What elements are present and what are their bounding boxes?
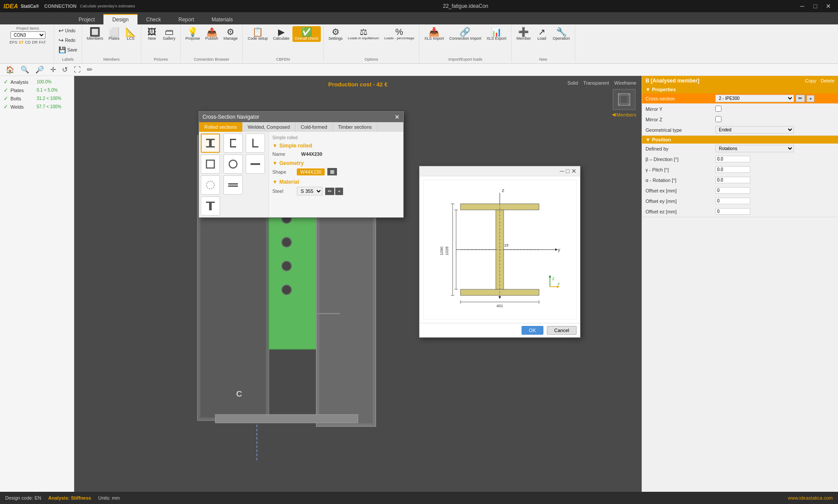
search-button[interactable]: 🔎 — [33, 65, 46, 75]
code-setup-button[interactable]: 📋Code setup — [245, 26, 270, 42]
csn-tab-timber[interactable]: Timber sections — [333, 122, 378, 132]
direction-value[interactable] — [715, 156, 835, 162]
properties-section-header[interactable]: ▼ Properties — [642, 86, 838, 93]
undo-button[interactable]: ↩ Undo — [57, 26, 79, 35]
maximize-button[interactable]: □ — [809, 0, 821, 12]
preview-maximize-button[interactable]: □ — [566, 168, 570, 175]
csn-tab-rolled[interactable]: Rolled sections — [199, 122, 243, 132]
shape-square-hollow[interactable] — [201, 154, 220, 174]
bolts-label: Bolts — [10, 96, 34, 101]
new-member-button[interactable]: ➕Member — [514, 26, 533, 42]
csn-category-label: Simple rolled — [272, 135, 400, 140]
connection-selector[interactable]: CON3 — [10, 31, 45, 39]
delete-member-button[interactable]: Delete — [821, 78, 835, 83]
csn-tab-welded[interactable]: Welded, Composed — [243, 122, 295, 132]
cross-section-value[interactable]: 2 - IPE300 ✏ + — [715, 95, 835, 102]
tab-materials[interactable]: Materials — [203, 14, 242, 24]
rotation-value[interactable] — [715, 177, 835, 183]
refresh-button[interactable]: ↺ — [60, 65, 70, 75]
shape-round-hollow[interactable] — [223, 154, 243, 174]
shape-l-angle[interactable] — [246, 134, 265, 153]
pitch-input[interactable] — [715, 166, 750, 173]
new-operation-button[interactable]: 🔧Operation — [550, 26, 572, 42]
tab-project[interactable]: Project — [70, 14, 103, 24]
add-cross-section-button[interactable]: + — [807, 95, 814, 102]
preview-minimize-button[interactable]: ─ — [560, 168, 564, 175]
csn-tab-cold[interactable]: Cold-formed — [295, 122, 333, 132]
csn-shape-value[interactable]: W44X230 — [297, 168, 325, 175]
geometrical-type-select[interactable]: Ended — [715, 126, 794, 134]
shape-double-bar[interactable] — [223, 175, 243, 195]
mirror-y-value[interactable] — [715, 106, 835, 113]
calculate-button[interactable]: ▶Calculate — [271, 26, 292, 42]
website-label: www.ideastatica.com — [788, 495, 833, 501]
offset-ez-value[interactable] — [715, 208, 835, 215]
publish-button[interactable]: 📤Publish — [203, 26, 220, 42]
csn-shape-edit-button[interactable]: ▦ — [327, 168, 337, 175]
pitch-value[interactable] — [715, 166, 835, 173]
shape-flat-bar[interactable] — [246, 154, 265, 174]
manage-button[interactable]: ⚙Manage — [221, 26, 240, 42]
defined-by-value[interactable]: Rotations — [715, 145, 835, 152]
home-button[interactable]: 🏠 — [3, 65, 17, 75]
copy-member-button[interactable]: Copy — [805, 78, 817, 83]
members-button[interactable]: 🔲Members — [85, 26, 106, 42]
connection-import-button[interactable]: 🔗Connection Import — [447, 26, 484, 42]
mirror-z-value[interactable] — [715, 116, 835, 123]
propose-button[interactable]: 💡Propose — [183, 26, 203, 42]
loads-equilibrium-button[interactable]: ⚖Loads in equilibrium — [346, 26, 381, 41]
lcs-button[interactable]: 📐LCS — [123, 26, 138, 42]
mirror-y-checkbox[interactable] — [715, 106, 721, 112]
save-button[interactable]: 💾 Save — [57, 45, 79, 54]
preview-cancel-button[interactable]: Cancel — [547, 326, 577, 335]
gallery-button[interactable]: 🗃Gallery — [161, 26, 178, 42]
new-load-button[interactable]: ↗Load — [534, 26, 550, 42]
position-section-header[interactable]: ▼ Position — [642, 136, 838, 144]
csn-add-material-button[interactable]: + — [335, 188, 343, 195]
offset-ey-input[interactable] — [715, 198, 750, 204]
plates-button[interactable]: ⬜Plates — [106, 26, 122, 42]
preview-ok-button[interactable]: OK — [522, 326, 543, 335]
view-wireframe-button[interactable]: Wireframe — [614, 80, 636, 86]
loads-percentage-button[interactable]: %Loads - percentage — [382, 26, 416, 41]
overall-check-button[interactable]: ✅Overall check — [292, 26, 321, 42]
xls-import-button[interactable]: 📥XLS Import — [422, 26, 446, 42]
close-button[interactable]: ✕ — [822, 0, 835, 12]
csn-steel-select[interactable]: S 355 — [297, 187, 323, 195]
preview-close-button[interactable]: ✕ — [571, 168, 577, 175]
xls-export-button[interactable]: 📊XLS Export — [484, 26, 509, 42]
tab-check[interactable]: Check — [137, 14, 170, 24]
geometrical-type-value[interactable]: Ended — [715, 126, 835, 134]
offset-ex-value[interactable] — [715, 187, 835, 194]
edit-cross-section-button[interactable]: ✏ — [796, 95, 805, 102]
csn-edit-material-button[interactable]: ✏ — [325, 188, 334, 195]
connection-dropdown[interactable]: CON3 — [10, 31, 45, 39]
cross-section-select[interactable]: 2 - IPE300 — [715, 95, 794, 102]
rotation-input[interactable] — [715, 177, 750, 183]
defined-by-select[interactable]: Rotations — [715, 145, 794, 152]
new-picture-button[interactable]: 🖼New — [144, 26, 160, 42]
shape-circle-solid[interactable] — [201, 175, 220, 195]
zoom-button[interactable]: 🔍 — [18, 65, 31, 75]
offset-ex-input[interactable] — [715, 187, 750, 194]
offset-ez-input[interactable] — [715, 208, 750, 215]
csn-close-button[interactable]: ✕ — [395, 113, 400, 120]
view-solid-button[interactable]: Solid — [567, 80, 578, 86]
tab-report[interactable]: Report — [170, 14, 203, 24]
pencil-button[interactable]: ✏ — [85, 65, 95, 75]
fit-button[interactable]: ⛶ — [72, 65, 83, 75]
minimize-button[interactable]: ─ — [796, 0, 808, 12]
conn-browser-buttons: 💡Propose 📤Publish ⚙Manage — [183, 26, 240, 56]
offset-ey-value[interactable] — [715, 198, 835, 204]
members-toggle[interactable]: ◀ Members — [612, 112, 636, 117]
shape-i-beam[interactable] — [201, 134, 220, 153]
mirror-z-checkbox[interactable] — [715, 116, 721, 122]
crosshair-button[interactable]: ✛ — [48, 65, 58, 75]
direction-input[interactable] — [715, 156, 750, 162]
shape-c-channel[interactable] — [223, 134, 243, 153]
tab-design[interactable]: Design — [103, 14, 137, 24]
settings-button[interactable]: ⚙Settings — [326, 26, 345, 42]
redo-button[interactable]: ↪ Redo — [57, 36, 79, 45]
view-transparent-button[interactable]: Transparent — [583, 80, 609, 86]
shape-t-section[interactable] — [201, 196, 220, 216]
